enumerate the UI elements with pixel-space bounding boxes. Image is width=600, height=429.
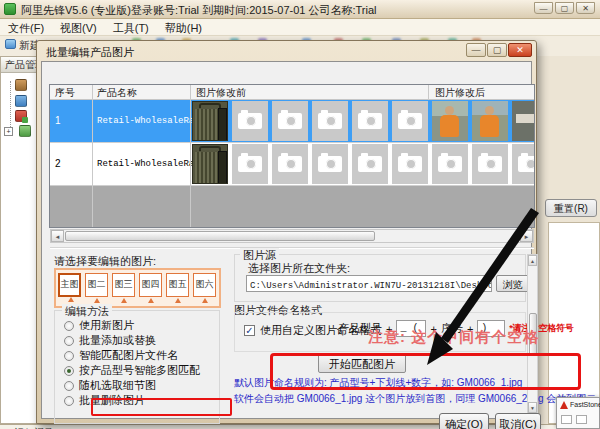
faststone-tool-icon[interactable] xyxy=(576,415,587,424)
tab-image-6[interactable]: 图六 xyxy=(193,273,216,297)
radio-icon[interactable] xyxy=(64,321,74,331)
checkbox-checked-icon[interactable]: ✓ xyxy=(244,325,255,336)
dialog-title: 批量编辑产品图片 xyxy=(46,45,134,60)
scrollbar-thumb[interactable] xyxy=(65,231,375,241)
table-row[interactable]: 2 Retail-WholesaleRadio xyxy=(50,143,535,186)
pick-image-prompt: 请选择要编辑的图片: xyxy=(54,254,156,269)
column-divider xyxy=(92,85,93,227)
tree-node-icon[interactable] xyxy=(15,79,27,91)
column-divider xyxy=(428,85,429,100)
table-header: 序号 产品名称 图片修改前 图片修改后 xyxy=(50,85,534,100)
maximize-icon[interactable]: ▢ xyxy=(555,2,574,14)
camera-placeholder-icon[interactable] xyxy=(392,101,428,141)
tab-image-5[interactable]: 图五 xyxy=(166,273,189,297)
menu-view[interactable]: 视图(V) xyxy=(60,21,97,35)
batch-edit-images-dialog: 批量编辑产品图片 — ▢ ✕ 序号 产品名称 图片修改前 图片修改后 1 Ret… xyxy=(36,40,537,424)
tree-node-icon[interactable] xyxy=(15,95,27,107)
faststone-title: FastStone xyxy=(570,401,600,408)
menubar: 文件(F) 视图(V) 工具(T) 帮助(H) xyxy=(0,19,600,35)
product-photo-radio[interactable] xyxy=(192,144,228,184)
dialog-controls: — ▢ ✕ xyxy=(466,43,532,57)
col-header-before: 图片修改前 xyxy=(196,86,246,100)
image-cells xyxy=(192,101,535,141)
tab-image-2[interactable]: 图二 xyxy=(85,273,108,297)
sidebar-header: 产品管理 xyxy=(1,57,36,73)
camera-placeholder-icon[interactable] xyxy=(472,144,508,184)
matched-photo[interactable] xyxy=(472,101,508,141)
matched-photo[interactable] xyxy=(512,101,535,141)
tree-node-icon[interactable] xyxy=(15,110,27,122)
row-index: 1 xyxy=(55,115,61,126)
menu-help[interactable]: 帮助(H) xyxy=(165,21,202,35)
radio-icon[interactable] xyxy=(64,381,74,391)
camera-placeholder-icon[interactable] xyxy=(232,144,268,184)
dialog-maximize-icon[interactable]: ▢ xyxy=(487,43,507,57)
main-window-title: 阿里先锋V5.6 (专业版)登录账号:Trial 到期时间:2015-07-01… xyxy=(21,3,377,18)
tree-expand-icon[interactable]: + xyxy=(4,127,13,136)
cancel-button[interactable]: 取消(C) xyxy=(495,413,541,429)
highlight-rect-selected-option xyxy=(91,398,232,416)
radio-option-smart-filename[interactable]: 智能匹配图片文件名 xyxy=(64,348,178,363)
camera-placeholder-icon[interactable] xyxy=(432,144,468,184)
reset-button[interactable]: 重置(R) xyxy=(545,199,597,217)
edit-method-label: 编辑方法 xyxy=(62,304,112,319)
main-window-controls: — ▢ ✕ xyxy=(534,2,595,14)
table-row[interactable]: 1 Retail-WholesaleRadio xyxy=(50,100,535,143)
main-titlebar: 阿里先锋V5.6 (专业版)登录账号:Trial 到期时间:2015-07-01… xyxy=(0,0,600,19)
new-product-icon xyxy=(5,39,16,49)
tab-image-3[interactable]: 图三 xyxy=(112,273,135,297)
radio-label: 批量添加或替换 xyxy=(79,333,156,348)
camera-placeholder-icon[interactable] xyxy=(352,101,388,141)
faststone-panel[interactable]: FastStone xyxy=(556,397,600,429)
radio-label: 按产品型号智能多图匹配 xyxy=(79,363,200,378)
radio-icon[interactable] xyxy=(64,336,74,346)
image-slot-tabs: 主图 图二 图三 图四 图五 图六 xyxy=(54,268,221,308)
folder-label: 选择图片所在文件夹: xyxy=(248,261,350,276)
radio-option-batch-add[interactable]: 批量添加或替换 xyxy=(64,333,156,348)
menu-file[interactable]: 文件(F) xyxy=(8,21,44,35)
radio-icon[interactable] xyxy=(64,351,74,361)
app-logo-icon xyxy=(4,3,16,15)
column-divider xyxy=(190,85,191,227)
matched-photo[interactable] xyxy=(432,101,468,141)
close-icon[interactable]: ✕ xyxy=(576,2,595,14)
col-header-index: 序号 xyxy=(55,86,75,100)
radio-icon[interactable] xyxy=(64,396,74,406)
tab-image-4[interactable]: 图四 xyxy=(139,273,162,297)
faststone-tool-icon[interactable] xyxy=(561,415,572,424)
radio-label: 智能匹配图片文件名 xyxy=(79,348,178,363)
camera-placeholder-icon[interactable] xyxy=(512,144,535,184)
radio-option-random-detail[interactable]: 随机选取细节图 xyxy=(64,378,156,393)
camera-placeholder-icon[interactable] xyxy=(232,101,268,141)
row-index: 2 xyxy=(55,158,61,169)
camera-placeholder-icon[interactable] xyxy=(312,144,348,184)
camera-placeholder-icon[interactable] xyxy=(312,101,348,141)
col-header-name: 产品名称 xyxy=(97,86,137,100)
radio-option-new-image[interactable]: 使用新图片 xyxy=(64,318,134,333)
scroll-down-icon[interactable]: ▼ xyxy=(528,402,537,413)
camera-placeholder-icon[interactable] xyxy=(392,144,428,184)
tree-node-icon[interactable] xyxy=(19,125,31,137)
scroll-left-icon[interactable]: ◄ xyxy=(51,230,64,242)
product-photo-radio[interactable] xyxy=(192,101,228,141)
tab-main-image[interactable]: 主图 xyxy=(58,273,81,297)
dialog-body: 序号 产品名称 图片修改前 图片修改后 1 Retail-WholesaleRa… xyxy=(41,61,532,419)
radio-option-model-multi-match[interactable]: 按产品型号智能多图匹配 xyxy=(64,363,200,378)
product-tree-panel: 产品管理 + xyxy=(0,56,37,424)
camera-placeholder-icon[interactable] xyxy=(352,144,388,184)
menu-tools[interactable]: 工具(T) xyxy=(113,21,149,35)
naming-example-hint: 软件会自动把 GM0066_1.jpg 这个图片放到首图，同理 GM0066_2… xyxy=(234,392,600,406)
camera-placeholder-icon[interactable] xyxy=(272,144,308,184)
screen: 阿里先锋V5.6 (专业版)登录账号:Trial 到期时间:2015-07-01… xyxy=(0,0,600,429)
dialog-close-icon[interactable]: ✕ xyxy=(508,43,532,57)
camera-placeholder-icon[interactable] xyxy=(272,101,308,141)
minimize-icon[interactable]: — xyxy=(534,2,553,14)
radio-selected-icon[interactable] xyxy=(64,366,74,376)
dialog-minimize-icon[interactable]: — xyxy=(466,43,486,57)
image-cells xyxy=(192,144,535,184)
radio-label: 使用新图片 xyxy=(79,318,134,333)
radio-label: 随机选取细节图 xyxy=(79,378,156,393)
product-image-table: 序号 产品名称 图片修改前 图片修改后 1 Retail-WholesaleRa… xyxy=(49,84,535,228)
col-header-after: 图片修改后 xyxy=(435,86,485,100)
ok-button[interactable]: 确定(O) xyxy=(439,413,489,429)
